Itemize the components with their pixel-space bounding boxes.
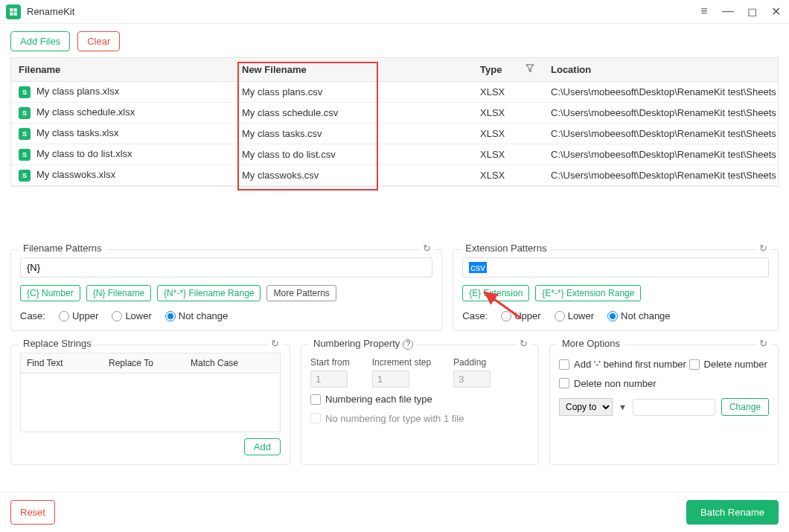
th-type[interactable]: Type (473, 58, 543, 81)
app-title: RenameKit (27, 6, 697, 17)
footer: Reset Batch Rename (0, 492, 789, 532)
table-row[interactable]: SMy class plans.xlsxMy class plans.csvXL… (11, 82, 778, 103)
reset-button[interactable]: Reset (10, 500, 55, 525)
replace-add-button[interactable]: Add (244, 438, 281, 455)
batch-rename-button[interactable]: Batch Rename (686, 500, 779, 525)
file-table: Filename New Filename Type Location SMy … (10, 57, 779, 187)
replace-strings-title: Replace Strings (19, 338, 96, 349)
case-label: Case: (20, 310, 45, 321)
case-lower-radio[interactable]: Lower (112, 310, 151, 321)
table-row[interactable]: SMy class schedule.xlsxMy class schedule… (11, 103, 778, 124)
table-row[interactable]: SMy classwoks.xlsxMy classwoks.csvXLSXC:… (11, 165, 778, 186)
th-find-text: Find Text (21, 353, 103, 373)
cell-location: C:\Users\mobeesoft\Desktop\RenameKit tes… (543, 167, 778, 184)
chip-n-filename[interactable]: {N} Filename (86, 285, 151, 301)
increment-input[interactable] (372, 371, 409, 388)
svg-rect-2 (14, 8, 17, 11)
xlsx-file-icon: S (19, 170, 31, 182)
table-row[interactable]: SMy class tasks.xlsxMy class tasks.csvXL… (11, 124, 778, 144)
copy-to-path-input[interactable] (633, 399, 715, 416)
cell-location: C:\Users\mobeesoft\Desktop\RenameKit tes… (543, 146, 778, 163)
refresh-icon[interactable]: ↻ (517, 338, 531, 349)
ext-case-upper-radio[interactable]: Upper (501, 310, 540, 321)
th-match-case: Match Case (185, 353, 280, 373)
th-new-filename[interactable]: New Filename (234, 58, 473, 81)
cell-location: C:\Users\mobeesoft\Desktop\RenameKit tes… (543, 104, 778, 121)
filename-patterns-title: Filename Patterns (19, 243, 106, 254)
cell-filename: SMy class to do list.xlsx (11, 145, 234, 164)
app-icon (6, 4, 21, 19)
xlsx-file-icon: S (19, 107, 31, 119)
svg-rect-1 (10, 8, 13, 11)
filename-pattern-input[interactable] (20, 257, 432, 278)
th-filename[interactable]: Filename (11, 58, 234, 81)
table-row[interactable]: SMy class to do list.xlsxMy class to do … (11, 144, 778, 165)
th-replace-to: Replace To (103, 353, 185, 373)
replace-table: Find Text Replace To Match Case (20, 353, 281, 432)
extension-pattern-input[interactable]: csv (462, 257, 769, 278)
refresh-icon[interactable]: ↻ (756, 338, 770, 349)
cell-type: XLSX (473, 83, 543, 100)
padding-label: Padding (453, 357, 491, 368)
cell-filename: SMy class schedule.xlsx (11, 103, 234, 122)
chip-filename-range[interactable]: {N*-*} Filename Range (157, 285, 261, 301)
chip-extension-range[interactable]: {E*-*} Extension Range (535, 285, 641, 301)
filename-patterns-panel: Filename Patterns ↻ {C} Number {N} Filen… (10, 249, 442, 331)
th-location[interactable]: Location (543, 58, 778, 81)
numbering-title: Numbering Property? (309, 338, 418, 350)
more-options-title: More Options (558, 338, 625, 349)
filter-icon[interactable] (526, 64, 534, 75)
table-header: Filename New Filename Type Location (11, 58, 778, 82)
cell-type: XLSX (473, 146, 543, 163)
delete-number-checkbox[interactable]: Delete number (689, 359, 767, 370)
ext-case-notchange-radio[interactable]: Not change (607, 310, 671, 321)
cell-new-filename: My class schedule.csv (234, 104, 473, 121)
chip-e-extension[interactable]: {E} Extension (462, 285, 529, 301)
close-icon[interactable]: ✕ (768, 4, 783, 19)
refresh-icon[interactable]: ↻ (756, 243, 770, 254)
numbering-property-panel: Numbering Property? ↻ Start from Increme… (301, 344, 539, 465)
ext-case-lower-radio[interactable]: Lower (555, 310, 594, 321)
help-icon[interactable]: ? (403, 339, 413, 350)
delete-non-number-checkbox[interactable]: Delete non number (559, 378, 657, 389)
refresh-icon[interactable]: ↻ (268, 338, 282, 349)
clear-button[interactable]: Clear (77, 31, 120, 51)
start-from-input[interactable] (310, 371, 348, 388)
change-button[interactable]: Change (721, 398, 769, 416)
cell-new-filename: My class plans.csv (234, 83, 473, 100)
case-upper-radio[interactable]: Upper (59, 310, 98, 321)
maximize-icon[interactable]: ◻ (744, 4, 759, 19)
numbering-each-filetype-checkbox[interactable]: Numbering each file type (310, 394, 432, 405)
titlebar: RenameKit ≡ — ◻ ✕ (0, 0, 789, 24)
cell-type: XLSX (473, 125, 543, 142)
cell-filename: SMy class tasks.xlsx (11, 124, 234, 143)
more-options-panel: More Options ↻ Add '-' behind first numb… (549, 344, 779, 465)
replace-strings-panel: Replace Strings ↻ Find Text Replace To M… (10, 344, 290, 465)
add-files-button[interactable]: Add Files (10, 31, 70, 51)
case-notchange-radio[interactable]: Not change (165, 310, 229, 321)
cell-location: C:\Users\mobeesoft\Desktop\RenameKit tes… (543, 125, 778, 142)
xlsx-file-icon: S (19, 86, 31, 98)
cell-location: C:\Users\mobeesoft\Desktop\RenameKit tes… (543, 83, 778, 100)
toolbar: Add Files Clear (0, 24, 789, 57)
cell-new-filename: My classwoks.csv (234, 167, 473, 184)
xlsx-file-icon: S (19, 128, 31, 140)
padding-input[interactable] (453, 371, 491, 388)
cell-filename: SMy class plans.xlsx (11, 83, 234, 101)
add-dash-checkbox[interactable]: Add '-' behind first number (559, 359, 686, 370)
cell-type: XLSX (473, 167, 543, 184)
menu-icon[interactable]: ≡ (697, 4, 712, 19)
replace-body[interactable] (21, 374, 280, 432)
svg-rect-4 (14, 12, 17, 15)
cell-type: XLSX (473, 104, 543, 121)
case-label: Case: (462, 310, 488, 321)
extension-patterns-panel: Extension Patterns ↻ csv {E} Extension {… (453, 249, 779, 331)
increment-label: Increment step (372, 357, 431, 368)
chip-c-number[interactable]: {C} Number (20, 285, 80, 301)
cell-new-filename: My class tasks.csv (234, 125, 473, 142)
minimize-icon[interactable]: — (721, 4, 735, 19)
copy-to-select[interactable]: Copy to (559, 398, 613, 416)
no-numbering-single-checkbox[interactable]: No numbering for type with 1 file (310, 413, 464, 424)
chip-more-patterns[interactable]: More Patterns (266, 285, 336, 301)
refresh-icon[interactable]: ↻ (420, 243, 434, 254)
